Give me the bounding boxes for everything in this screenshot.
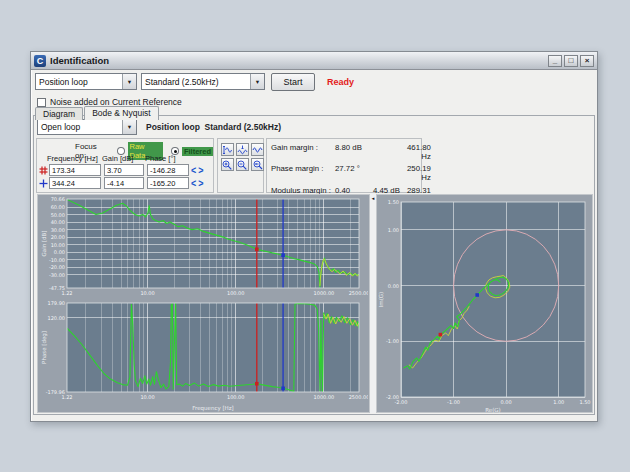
start-button[interactable]: Start (271, 73, 315, 91)
cursor2-prev-button[interactable]: < (191, 177, 196, 189)
phase-chart[interactable]: 1.2210.00100.001000.002500.00179.90120.0… (40, 301, 368, 412)
nyquist-panel: -2.00-1.000.001.001.501.501.000.00-1.00-… (376, 194, 593, 413)
phase-margin-freq: 250.19 Hz (407, 164, 431, 182)
chevron-down-icon[interactable]: ▼ (122, 120, 136, 134)
zoom-previous-icon (252, 160, 263, 170)
svg-text:100.00: 100.00 (227, 290, 245, 296)
cursor2-next-button[interactable]: > (198, 177, 203, 189)
tab-bode-nyquist[interactable]: Bode & Nyquist (84, 106, 159, 120)
svg-text:-1.00: -1.00 (386, 338, 399, 344)
chevron-down-icon[interactable]: ▼ (250, 74, 264, 89)
svg-text:-179.96: -179.96 (46, 389, 65, 395)
svg-text:10.00: 10.00 (51, 242, 65, 248)
svg-text:120.00: 120.00 (48, 315, 66, 321)
bode-plots-panel: 1.2210.00100.001000.002500.0070.6660.005… (37, 194, 370, 413)
svg-text:Gain [dB]: Gain [dB] (41, 231, 47, 257)
svg-text:70.66: 70.66 (51, 197, 65, 202)
red-crosshair-icon (39, 166, 48, 175)
cursor-row-2: < > (39, 177, 211, 189)
loop-select[interactable]: Position loop ▼ (35, 73, 137, 90)
zoom-in-button[interactable] (221, 158, 234, 171)
svg-text:-10.00: -10.00 (49, 257, 65, 263)
plots-area: 1.2210.00100.001000.002500.0070.6660.005… (37, 194, 593, 413)
svg-text:179.90: 179.90 (48, 301, 66, 306)
svg-text:20.00: 20.00 (51, 234, 65, 240)
zoom-toolbar (217, 138, 264, 193)
minimize-button[interactable]: _ (548, 55, 562, 67)
svg-text:-20.00: -20.00 (49, 264, 65, 270)
svg-text:1.00: 1.00 (388, 227, 399, 233)
window-title: Identification (50, 55, 546, 66)
identification-window: C Identification _ □ × Position loop ▼ S… (30, 51, 598, 422)
col-gain: Gain [dB] (102, 154, 145, 163)
phase-margin-label: Phase margin : (271, 164, 335, 182)
svg-text:1.50: 1.50 (388, 199, 399, 205)
svg-text:-47.75: -47.75 (49, 285, 65, 291)
svg-text:1.50: 1.50 (579, 399, 590, 405)
zoom-previous-button[interactable] (251, 158, 264, 171)
cursor2-gain-input[interactable] (104, 177, 144, 189)
svg-text:60.00: 60.00 (51, 204, 65, 210)
gain-margin-label: Gain margin : (271, 143, 335, 161)
col-frequency: Frequency [Hz] (47, 154, 102, 163)
gain-chart[interactable]: 1.2210.00100.001000.002500.0070.6660.005… (40, 197, 368, 299)
cursor1-gain-input[interactable] (104, 164, 144, 176)
svg-text:2500.00: 2500.00 (349, 290, 368, 296)
svg-text:0.00: 0.00 (388, 283, 399, 289)
cursor1-frequency-input[interactable] (49, 164, 101, 176)
maximize-button[interactable]: □ (564, 55, 578, 67)
svg-text:Frequency [Hz]: Frequency [Hz] (192, 405, 233, 412)
phase-margin-value: 27.72 ° (335, 164, 373, 182)
gain-margin-freq: 461.80 Hz (407, 143, 431, 161)
bode-nyquist-panel: Open loop ▼ Position loop Standard (2.50… (33, 115, 595, 415)
svg-text:1000.00: 1000.00 (314, 290, 335, 296)
svg-text:1000.00: 1000.00 (314, 394, 335, 400)
open-loop-select[interactable]: Open loop ▼ (37, 119, 137, 135)
splitter-collapse-icon[interactable]: ◄ (371, 196, 375, 201)
svg-text:Phase [deg]: Phase [deg] (41, 331, 48, 364)
fit-amplitude-button[interactable] (221, 143, 234, 156)
fit-amplitude-icon (222, 145, 233, 155)
zoom-in-icon (222, 160, 233, 170)
nyquist-chart[interactable]: -2.00-1.000.001.001.501.501.000.00-1.00-… (377, 195, 594, 414)
fit-selection-button[interactable] (236, 143, 249, 156)
svg-text:100.00: 100.00 (227, 394, 245, 400)
window-content: Position loop ▼ Standard (2.50kHz) ▼ Sta… (31, 70, 597, 422)
svg-text:10.00: 10.00 (140, 394, 154, 400)
gain-margin-value: 8.80 dB (335, 143, 373, 161)
svg-text:1.00: 1.00 (553, 399, 564, 405)
blue-plus-icon (39, 179, 48, 188)
cursor2-frequency-input[interactable] (49, 177, 101, 189)
standard-select[interactable]: Standard (2.50kHz) ▼ (141, 73, 265, 90)
svg-text:Re(G): Re(G) (485, 407, 501, 413)
cursor-row-1: < > (39, 164, 211, 176)
svg-text:50.00: 50.00 (51, 212, 65, 218)
svg-text:Im(G): Im(G) (378, 292, 384, 308)
gain-margin-row: Gain margin : 8.80 dB 461.80 Hz (267, 143, 421, 161)
col-phase: Phase [°] (145, 154, 188, 163)
cursor1-prev-button[interactable]: < (191, 164, 196, 176)
svg-text:0.00: 0.00 (54, 249, 65, 255)
svg-text:-30.00: -30.00 (49, 272, 65, 278)
svg-text:2500.00: 2500.00 (349, 394, 368, 400)
context-label: Position loop Standard (2.50kHz) (146, 122, 281, 132)
svg-text:30.00: 30.00 (51, 227, 65, 233)
zoom-out-button[interactable] (236, 158, 249, 171)
svg-text:0.00: 0.00 (501, 399, 512, 405)
chevron-down-icon[interactable]: ▼ (122, 74, 136, 89)
cursor1-phase-input[interactable] (147, 164, 189, 176)
fit-wave-icon (252, 145, 263, 155)
cursor-table: Frequency [Hz] Gain [dB] Phase [°] < > (39, 154, 211, 189)
cursor1-next-button[interactable]: > (198, 164, 203, 176)
svg-text:10.00: 10.00 (140, 290, 154, 296)
fit-selection-icon (237, 145, 248, 155)
status-text: Ready (327, 77, 354, 87)
fit-wave-button[interactable] (251, 143, 264, 156)
cursor2-phase-input[interactable] (147, 177, 189, 189)
app-icon: C (34, 55, 46, 67)
tab-diagram[interactable]: Diagram (35, 107, 83, 120)
svg-text:-2.00: -2.00 (386, 394, 399, 400)
close-button[interactable]: × (580, 55, 594, 67)
svg-text:-1.00: -1.00 (447, 399, 460, 405)
title-bar[interactable]: C Identification _ □ × (31, 52, 597, 70)
